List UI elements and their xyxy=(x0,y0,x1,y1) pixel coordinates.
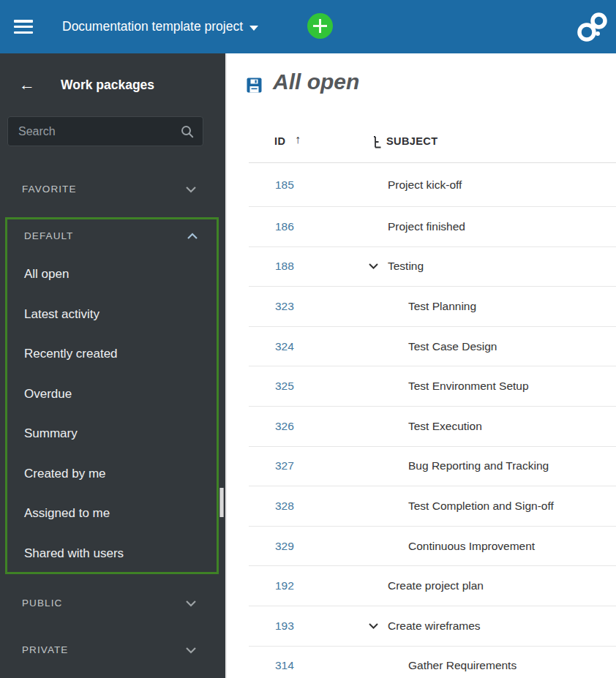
project-title: Documentation template project xyxy=(62,19,243,34)
sidebar-section-default[interactable]: DEFAULT xyxy=(7,225,217,247)
top-navigation-bar: Documentation template project xyxy=(0,0,616,53)
work-package-rows: 185 Project kick-off 186 Project finishe… xyxy=(249,162,616,678)
chevron-down-icon xyxy=(249,26,258,31)
section-label: FAVORITE xyxy=(22,184,77,195)
table-row[interactable]: 192 Create project plan xyxy=(249,566,616,606)
search-box xyxy=(7,116,203,146)
sidebar-section-favorite[interactable]: FAVORITE xyxy=(0,178,219,200)
sidebar-item-shared-with-users[interactable]: Shared with users xyxy=(7,534,217,574)
sidebar-item-assigned-to-me[interactable]: Assigned to me xyxy=(7,494,217,534)
back-arrow-icon[interactable]: ← xyxy=(19,75,35,94)
column-header-id[interactable]: ID xyxy=(274,135,285,147)
search-input[interactable] xyxy=(8,117,203,146)
work-package-subject[interactable]: Test Environment Setup xyxy=(408,380,529,393)
quick-add-button[interactable] xyxy=(307,13,333,39)
sidebar-section-public[interactable]: PUBLIC xyxy=(0,592,219,614)
sidebar-item-recently-created[interactable]: Recently created xyxy=(7,334,217,374)
work-package-subject[interactable]: Test Execution xyxy=(408,420,482,433)
sidebar: ← Work packages FAVORITE DEFAULT All ope… xyxy=(0,53,227,678)
sidebar-item-label: Summary xyxy=(24,426,78,441)
chevron-up-icon xyxy=(187,233,198,240)
sidebar-item-label: Latest activity xyxy=(24,307,99,322)
openproject-logo-icon[interactable] xyxy=(576,10,609,43)
project-selector[interactable]: Documentation template project xyxy=(62,0,258,53)
sort-ascending-icon[interactable]: ↑ xyxy=(295,133,301,146)
sidebar-item-created-by-me[interactable]: Created by me xyxy=(7,454,217,494)
sidebar-item-latest-activity[interactable]: Latest activity xyxy=(7,295,217,335)
table-row[interactable]: 185 Project kick-off xyxy=(249,163,616,207)
work-package-subject[interactable]: Test Completion and Sign-off xyxy=(408,500,554,513)
table-row[interactable]: 186 Project finished xyxy=(249,207,616,247)
work-package-id-link[interactable]: 326 xyxy=(275,420,294,433)
work-package-subject[interactable]: Create project plan xyxy=(388,579,484,592)
work-package-subject[interactable]: Project finished xyxy=(388,220,465,233)
work-package-subject[interactable]: Gather Requirements xyxy=(408,659,517,672)
work-package-subject[interactable]: Testing xyxy=(388,260,424,273)
work-packages-table-area: All open ID ↑ SUBJECT 185 Project kick-o… xyxy=(227,53,616,678)
table-row[interactable]: 325 Test Environment Setup xyxy=(249,366,616,407)
work-package-subject[interactable]: Create wireframes xyxy=(388,619,481,633)
table-row[interactable]: 193 Create wireframes xyxy=(249,606,616,647)
save-icon[interactable] xyxy=(247,78,262,93)
search-icon xyxy=(181,125,194,138)
sidebar-title: Work packages xyxy=(61,78,154,93)
work-package-id-link[interactable]: 327 xyxy=(275,459,294,472)
page-title: All open xyxy=(273,69,359,94)
work-package-id-link[interactable]: 193 xyxy=(275,619,294,633)
sidebar-item-overdue[interactable]: Overdue xyxy=(7,374,217,415)
work-package-subject[interactable]: Project kick-off xyxy=(388,178,462,192)
annotation-highlight-box: DEFAULT All open Latest activity Recentl… xyxy=(5,217,219,574)
collapse-chevron-icon[interactable] xyxy=(368,263,379,270)
table-row[interactable]: 328 Test Completion and Sign-off xyxy=(249,486,616,527)
section-label: DEFAULT xyxy=(24,230,73,241)
sidebar-item-label: Shared with users xyxy=(24,546,124,561)
chevron-down-icon xyxy=(185,647,197,654)
work-package-id-link[interactable]: 323 xyxy=(275,300,294,313)
section-label: PUBLIC xyxy=(22,598,62,609)
table-row[interactable]: 327 Bug Reporting and Tracking xyxy=(249,447,616,487)
table-row[interactable]: 188 Testing xyxy=(249,247,616,287)
sidebar-scrollbar-thumb[interactable] xyxy=(219,488,224,517)
work-package-id-link[interactable]: 186 xyxy=(275,220,294,233)
table-row[interactable]: 314 Gather Requirements xyxy=(249,647,616,678)
table-row[interactable]: 324 Test Case Design xyxy=(249,327,616,367)
table-row[interactable]: 323 Test Planning xyxy=(249,287,616,327)
work-package-id-link[interactable]: 329 xyxy=(275,540,294,553)
table-row[interactable]: 326 Test Execution xyxy=(249,407,616,447)
work-package-id-link[interactable]: 192 xyxy=(275,579,294,592)
work-package-id-link[interactable]: 324 xyxy=(275,340,294,353)
menu-toggle-icon[interactable] xyxy=(14,20,33,34)
default-views-list: All open Latest activity Recently create… xyxy=(7,255,217,573)
chevron-down-icon xyxy=(185,186,197,193)
sidebar-item-label: All open xyxy=(24,267,69,282)
work-package-subject[interactable]: Continuous Improvement xyxy=(408,540,535,553)
work-package-subject[interactable]: Bug Reporting and Tracking xyxy=(408,459,549,472)
work-package-id-link[interactable]: 188 xyxy=(275,260,294,273)
sidebar-item-label: Overdue xyxy=(24,387,72,402)
collapse-chevron-icon[interactable] xyxy=(368,622,379,629)
sidebar-item-label: Created by me xyxy=(24,467,106,481)
section-label: PRIVATE xyxy=(22,644,68,655)
sidebar-item-all-open[interactable]: All open xyxy=(7,255,217,295)
column-header-subject[interactable]: SUBJECT xyxy=(386,135,437,147)
work-package-subject[interactable]: Test Planning xyxy=(408,300,476,313)
chevron-down-icon xyxy=(185,600,197,607)
work-package-id-link[interactable]: 325 xyxy=(275,380,294,393)
sidebar-item-label: Recently created xyxy=(24,347,118,361)
work-package-subject[interactable]: Test Case Design xyxy=(408,340,497,353)
sidebar-item-label: Assigned to me xyxy=(24,506,110,521)
sidebar-item-summary[interactable]: Summary xyxy=(7,414,217,454)
work-package-id-link[interactable]: 328 xyxy=(275,500,294,513)
table-row[interactable]: 329 Continuous Improvement xyxy=(249,527,616,567)
work-package-id-link[interactable]: 185 xyxy=(275,178,294,192)
sidebar-section-private[interactable]: PRIVATE xyxy=(0,639,219,661)
hierarchy-icon[interactable] xyxy=(373,136,383,148)
work-package-id-link[interactable]: 314 xyxy=(275,659,294,672)
